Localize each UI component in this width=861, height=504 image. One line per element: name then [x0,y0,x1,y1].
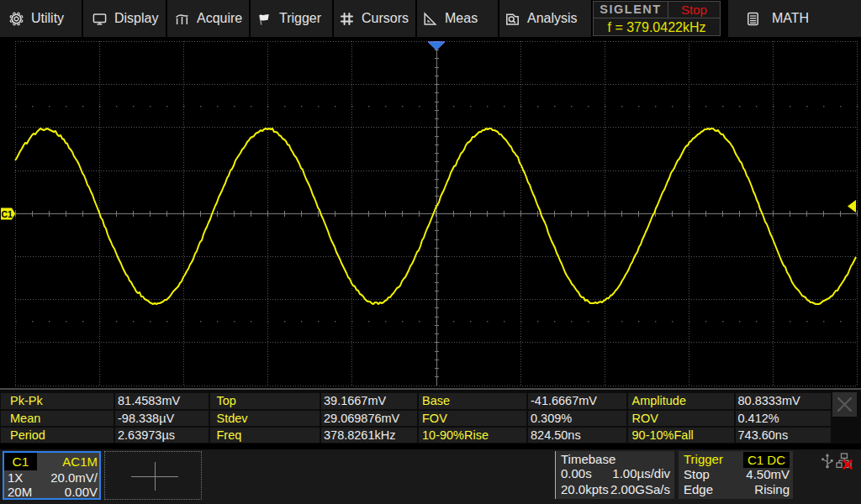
svg-text:C1: C1 [1,209,13,219]
